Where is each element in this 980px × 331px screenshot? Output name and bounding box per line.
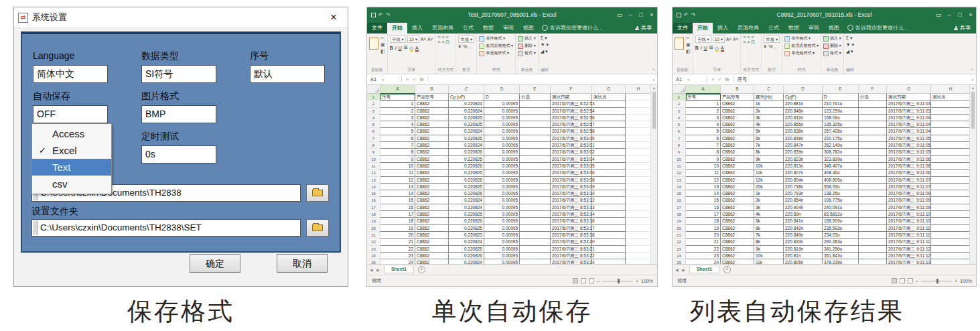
col-header-A[interactable]: A [686,85,721,94]
row-header-8[interactable]: 8 [673,142,686,149]
cell-H19[interactable] [626,218,652,224]
cell-C13[interactable]: 0.220826 [449,177,484,184]
zoom-level[interactable]: 100% [960,279,972,283]
cell-G11[interactable]: 2017/6/7/周三 9:11:06 [887,163,931,170]
cell-E22[interactable]: 290.283u [823,239,859,245]
cell-B16[interactable]: C8862 [721,197,754,204]
cell-C21[interactable]: 7k [754,232,784,239]
cell-B9[interactable]: C8862 [721,149,754,155]
cell-F9[interactable] [859,149,887,155]
cell-A18[interactable]: 17 [380,211,415,218]
cell-D25[interactable]: 0.00095 [484,259,520,264]
cell-E11[interactable] [520,163,551,170]
cell-D24[interactable]: 220.81n [784,253,823,259]
cell-D18[interactable]: 220.89n [784,211,823,218]
cell-F5[interactable] [859,121,887,128]
dropdown-item-access[interactable]: Access [32,125,111,142]
row-header-14[interactable]: 14 [673,184,686,190]
row-header-11[interactable]: 11 [673,163,686,170]
cell-H4[interactable] [626,115,652,121]
cell-A1[interactable]: 序号 [380,94,415,101]
cell-B1[interactable]: 产品型号 [415,94,449,101]
cell-B20[interactable]: C8862 [721,225,754,232]
cell-C18[interactable]: 0.220825 [449,211,484,218]
cell-C16[interactable]: 0.220824 [449,197,484,204]
cell-C1[interactable]: 频率(Hz) [754,94,784,101]
row-header-8[interactable]: 8 [367,142,380,149]
cell-E10[interactable] [520,156,551,163]
format-as-table-button[interactable]: 套用表格格式 ▾ [479,43,513,49]
row-header-1[interactable]: 1 [673,94,686,101]
cell-B13[interactable]: C8862 [721,177,754,184]
cell-D14[interactable]: 0.00095 [484,184,520,190]
add-sheet-icon[interactable]: + [723,266,731,273]
ribbon-tab-3[interactable]: 页面布局 [733,23,764,34]
cell-H18[interactable] [931,211,971,218]
cell-G4[interactable]: 2017/6/7/周三 9:11:04 [887,115,931,121]
cell-F22[interactable]: 2017/6/7/周三 8:53:20 [551,239,592,245]
cell-A12[interactable]: 11 [686,170,721,176]
cell-C12[interactable]: 0.220825 [449,170,484,176]
cell-D10[interactable]: 220.823n [784,156,823,163]
cell-F18[interactable]: 2017/6/7/周三 8:53:14 [551,211,592,218]
cell-C21[interactable]: 0.220823 [449,232,484,239]
cell-H25[interactable] [931,259,971,264]
cell-D19[interactable]: 220.841n [784,218,823,224]
clear-icon[interactable]: ◢ ▾ [541,49,548,54]
cell-D12[interactable]: 220.807n [784,170,823,176]
cell-B16[interactable]: C8862 [415,197,449,204]
cell-C25[interactable]: 11k [754,259,784,264]
minimize-icon[interactable]: – [944,11,955,18]
cell-H9[interactable] [626,149,652,155]
cell-E18[interactable] [520,211,551,218]
cell-E16[interactable] [520,197,551,204]
cell-F5[interactable]: 2017/6/7/周三 8:52:57 [551,121,592,128]
cell-D5[interactable]: 220.856n [784,121,823,128]
cell-G10[interactable] [592,156,626,163]
cell-F19[interactable]: 2017/6/7/周三 8:53:16 [551,218,592,224]
font-color-icon[interactable]: A [721,46,724,50]
cell-H2[interactable] [626,101,652,107]
cell-A25[interactable]: 24 [686,259,721,264]
minimize-icon[interactable]: – [625,11,636,18]
cell-F23[interactable] [859,246,887,253]
cell-A15[interactable]: 14 [380,190,415,197]
cell-H22[interactable] [931,239,971,245]
datatype-field[interactable]: SI符号 [141,65,216,83]
row-header-17[interactable]: 17 [367,204,380,211]
cell-E1[interactable]: D [823,94,859,101]
fill-icon[interactable]: ▼ ▾ [541,42,549,48]
cell-B15[interactable]: C8862 [721,190,754,197]
cell-E19[interactable]: 158.509u [823,218,859,224]
cell-G5[interactable]: 2017/6/7/周三 9:11:04 [887,121,931,128]
cut-icon[interactable]: ✂ [380,36,385,41]
serial-field[interactable]: 默认 [250,65,325,83]
cell-A20[interactable]: 19 [686,225,721,232]
paste-icon[interactable] [369,38,378,50]
cell-H12[interactable] [626,170,652,176]
percent-icon[interactable]: % [768,44,772,49]
cell-C8[interactable]: 7k [754,142,784,149]
dropdown-item-excel[interactable]: Excel [32,142,111,159]
cell-C24[interactable]: 10k [754,253,784,259]
cell-styles-button[interactable]: 单元格样式 ▾ [784,50,815,56]
cell-G13[interactable] [592,177,626,184]
cell-A4[interactable]: 3 [380,115,415,121]
cell-H14[interactable] [931,184,971,190]
row-header-23[interactable]: 23 [367,246,380,253]
cell-G17[interactable] [592,204,626,211]
cell-G9[interactable]: 2017/6/7/周三 9:11:05 [887,149,931,155]
cell-A13[interactable]: 12 [686,177,721,184]
borders-icon[interactable]: ⊞ [404,45,408,50]
cell-D3[interactable]: 0.00095 [484,108,520,115]
view-normal-icon[interactable] [892,278,897,283]
redo-icon[interactable]: ↷ [691,12,696,18]
cell-F3[interactable]: 2017/6/7/周三 8:52:54 [551,108,592,115]
cell-A13[interactable]: 12 [380,177,415,184]
copy-icon[interactable]: ▣ [686,42,691,48]
cell-C11[interactable]: 0.220826 [449,163,484,170]
close-icon[interactable]: × [965,11,976,18]
cell-F10[interactable] [859,156,887,163]
italic-button[interactable]: I [701,46,702,50]
cell-B10[interactable]: C8862 [415,156,449,163]
